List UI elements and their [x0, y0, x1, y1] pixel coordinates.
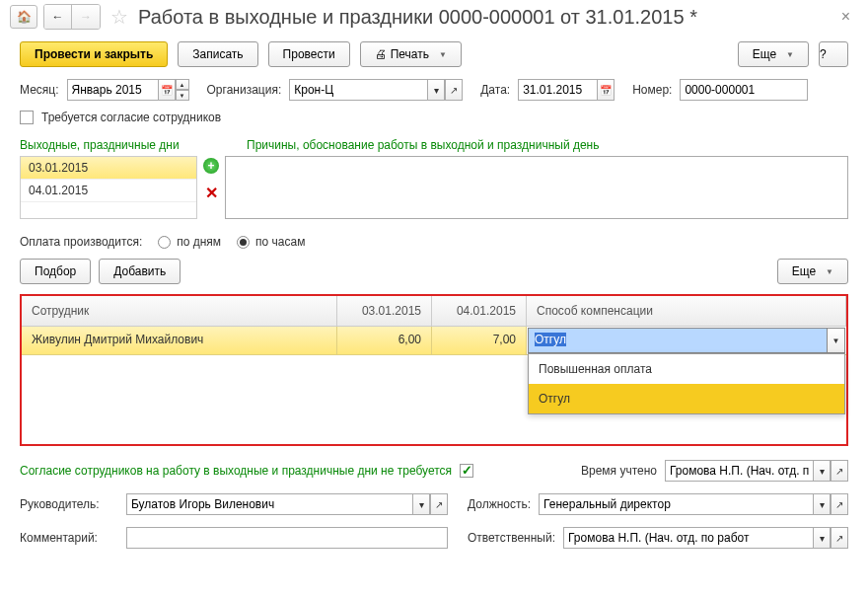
post-button[interactable]: Провести — [268, 41, 350, 67]
position-label: Должность: — [468, 497, 531, 511]
printer-icon: 🖨 — [375, 47, 387, 61]
comment-input[interactable] — [126, 527, 448, 549]
month-label: Месяц: — [20, 83, 59, 97]
forward-button[interactable]: → — [72, 5, 100, 29]
dropdown-option[interactable]: Отгул — [529, 384, 844, 413]
col-date2[interactable]: 04.01.2015 — [432, 296, 527, 326]
month-input[interactable] — [67, 79, 158, 101]
time-dropdown-icon[interactable]: ▾ — [813, 460, 831, 482]
by-hours-label: по часам — [255, 235, 305, 249]
by-hours-radio[interactable] — [237, 236, 250, 249]
time-label: Время учтено — [581, 464, 657, 478]
compensation-dropdown: Повышенная оплата Отгул — [528, 353, 845, 414]
close-icon[interactable]: × — [833, 8, 858, 26]
date-label: Дата: — [480, 83, 510, 97]
date-item[interactable]: 04.01.2015 — [21, 180, 196, 202]
month-down[interactable]: ▼ — [176, 90, 189, 101]
consent-label: Требуется согласие сотрудников — [41, 111, 221, 124]
responsible-dropdown-icon[interactable]: ▾ — [813, 527, 831, 549]
number-input[interactable] — [680, 79, 808, 101]
more-button[interactable]: Еще — [738, 41, 809, 67]
org-open-icon[interactable]: ↗ — [445, 79, 463, 101]
manager-dropdown-icon[interactable]: ▾ — [412, 493, 430, 515]
print-button[interactable]: 🖨Печать — [360, 41, 462, 67]
table-row[interactable]: Живулин Дмитрий Михайлович 6,00 7,00 Отг… — [22, 327, 846, 355]
employees-grid: Сотрудник 03.01.2015 04.01.2015 Способ к… — [20, 294, 848, 446]
position-open-icon[interactable]: ↗ — [831, 493, 848, 515]
help-button[interactable]: ? — [819, 41, 848, 67]
time-open-icon[interactable]: ↗ — [831, 460, 848, 482]
dropdown-option[interactable]: Повышенная оплата — [529, 354, 844, 384]
month-up[interactable]: ▲ — [176, 79, 189, 90]
reason-textarea[interactable] — [225, 156, 848, 219]
cell-compensation[interactable]: Отгул ▼ Повышенная оплата Отгул — [527, 327, 846, 354]
manager-label: Руководитель: — [20, 497, 118, 511]
add-date-icon[interactable]: + — [203, 158, 219, 174]
date-item[interactable]: 03.01.2015 — [21, 157, 196, 180]
save-button[interactable]: Записать — [178, 41, 257, 67]
dates-list[interactable]: 03.01.2015 04.01.2015 — [20, 156, 197, 219]
responsible-open-icon[interactable]: ↗ — [831, 527, 848, 549]
time-input[interactable] — [665, 460, 813, 482]
org-input[interactable] — [289, 79, 427, 101]
number-label: Номер: — [632, 83, 672, 97]
dates-section-label: Выходные, праздничные дни — [20, 138, 247, 152]
add-row-button[interactable]: Добавить — [99, 259, 181, 284]
position-input[interactable] — [539, 493, 813, 515]
consent-checkbox[interactable] — [20, 111, 34, 124]
grid-more-button[interactable]: Еще — [777, 259, 848, 284]
page-title: Работа в выходные и праздники 0000-00000… — [138, 6, 828, 29]
by-days-radio[interactable] — [158, 236, 171, 249]
cell-d2[interactable]: 7,00 — [432, 327, 527, 354]
home-button[interactable]: 🏠 — [10, 5, 37, 29]
responsible-label: Ответственный: — [468, 531, 555, 545]
chevron-down-icon[interactable]: ▼ — [827, 329, 844, 352]
by-days-label: по дням — [177, 235, 221, 249]
back-button[interactable]: ← — [44, 5, 72, 29]
position-dropdown-icon[interactable]: ▾ — [813, 493, 831, 515]
manager-open-icon[interactable]: ↗ — [430, 493, 448, 515]
consent-note-checkbox[interactable] — [460, 464, 473, 478]
cell-d1[interactable]: 6,00 — [337, 327, 432, 354]
delete-date-icon[interactable]: ✕ — [205, 184, 218, 202]
consent-note: Согласие сотрудников на работу в выходны… — [20, 464, 452, 478]
org-dropdown-icon[interactable]: ▾ — [427, 79, 445, 101]
post-and-close-button[interactable]: Провести и закрыть — [20, 41, 168, 67]
comment-label: Комментарий: — [20, 531, 118, 545]
manager-input[interactable] — [126, 493, 412, 515]
col-employee[interactable]: Сотрудник — [22, 296, 337, 326]
responsible-input[interactable] — [563, 527, 813, 549]
date-input[interactable] — [518, 79, 597, 101]
compensation-value[interactable]: Отгул — [529, 329, 827, 352]
favorite-icon[interactable]: ☆ — [110, 5, 128, 29]
reason-section-label: Причины, обоснование работы в выходной и… — [247, 138, 599, 152]
cell-employee[interactable]: Живулин Дмитрий Михайлович — [22, 327, 337, 354]
payment-label: Оплата производится: — [20, 235, 142, 249]
col-date1[interactable]: 03.01.2015 — [337, 296, 432, 326]
pick-button[interactable]: Подбор — [20, 259, 91, 284]
org-label: Организация: — [207, 83, 282, 97]
month-picker-icon[interactable]: 📅 — [158, 79, 176, 101]
col-compensation[interactable]: Способ компенсации — [527, 296, 846, 326]
calendar-icon[interactable]: 📅 — [597, 79, 615, 101]
